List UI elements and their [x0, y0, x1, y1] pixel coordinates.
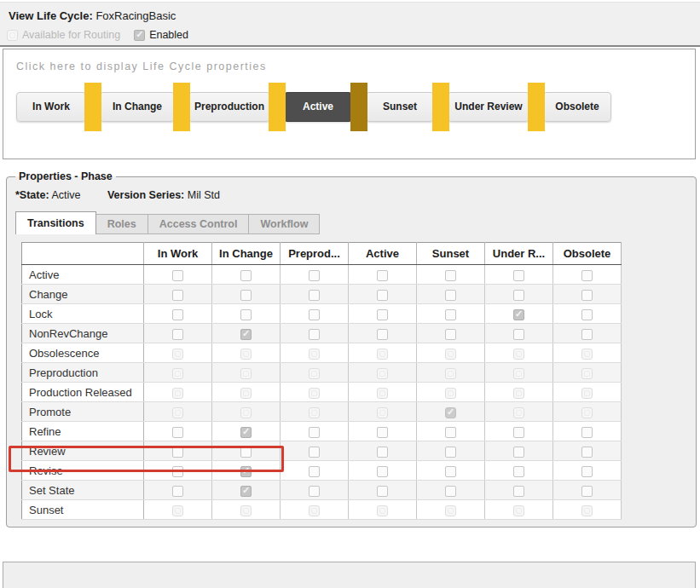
checkbox-production-released-preprod[interactable] [309, 388, 320, 399]
checkbox-review-sunset[interactable] [445, 447, 456, 458]
checkbox-obsolescence-in-work[interactable] [172, 349, 183, 360]
phase-button-active[interactable]: Active [284, 92, 352, 122]
checkbox-refine-sunset[interactable] [445, 427, 456, 438]
checkbox-refine-in-change[interactable] [240, 427, 252, 438]
checkbox-production-released-in-change[interactable] [240, 388, 252, 399]
checkbox-set-state-active[interactable] [377, 486, 388, 497]
checkbox-obsolescence-sunset[interactable] [445, 349, 456, 360]
checkbox-refine-preprod[interactable] [309, 427, 320, 438]
checkbox-preproduction-sunset[interactable] [445, 368, 456, 379]
checkbox-active-under-r[interactable] [513, 270, 524, 281]
checkbox-revise-obsolete[interactable] [581, 466, 593, 477]
checkbox-sunset-in-work[interactable] [172, 505, 183, 516]
phase-button-in-work[interactable]: In Work [16, 92, 86, 122]
checkbox-change-preprod[interactable] [309, 290, 320, 301]
checkbox-change-in-work[interactable] [172, 290, 183, 301]
checkbox-sunset-obsolete[interactable] [581, 505, 593, 516]
checkbox-lock-active[interactable] [377, 309, 388, 320]
checkbox-nonrevchange-in-work[interactable] [172, 329, 183, 340]
checkbox-set-state-obsolete[interactable] [581, 486, 593, 497]
tab-transitions[interactable]: Transitions [15, 211, 96, 234]
checkbox-active-in-change[interactable] [240, 270, 252, 281]
checkbox-preproduction-active[interactable] [377, 368, 388, 379]
checkbox-production-released-sunset[interactable] [445, 388, 456, 399]
checkbox-production-released-under-r[interactable] [513, 388, 524, 399]
checkbox-production-released-in-work[interactable] [172, 388, 183, 399]
checkbox-change-in-change[interactable] [240, 290, 252, 301]
checkbox-change-active[interactable] [377, 290, 388, 301]
checkbox-nonrevchange-preprod[interactable] [309, 329, 320, 340]
checkbox-lock-under-r[interactable] [513, 309, 524, 320]
checkbox-nonrevchange-under-r[interactable] [513, 329, 524, 340]
checkbox-refine-in-work[interactable] [172, 427, 183, 438]
checkbox-set-state-under-r[interactable] [513, 486, 524, 497]
tab-roles[interactable]: Roles [96, 214, 148, 234]
phase-button-sunset[interactable]: Sunset [366, 92, 434, 122]
checkbox-production-released-active[interactable] [377, 388, 388, 399]
phase-button-obsolete[interactable]: Obsolete [543, 92, 611, 122]
checkbox-sunset-in-change[interactable] [240, 505, 252, 516]
checkbox-nonrevchange-active[interactable] [377, 329, 388, 340]
enabled-checkbox[interactable] [134, 30, 145, 41]
checkbox-obsolescence-active[interactable] [377, 349, 388, 360]
checkbox-sunset-active[interactable] [377, 505, 388, 516]
lifecycle-properties-hint[interactable]: Click here to display Life Cycle propert… [16, 61, 267, 72]
checkbox-refine-obsolete[interactable] [581, 427, 593, 438]
checkbox-revise-active[interactable] [377, 466, 388, 477]
checkbox-refine-under-r[interactable] [513, 427, 524, 438]
checkbox-review-in-work[interactable] [172, 447, 183, 458]
phase-button-under-review[interactable]: Under Review [448, 92, 529, 122]
checkbox-revise-under-r[interactable] [513, 466, 524, 477]
checkbox-nonrevchange-obsolete[interactable] [581, 329, 593, 340]
checkbox-set-state-preprod[interactable] [309, 486, 320, 497]
checkbox-promote-in-work[interactable] [172, 407, 183, 418]
checkbox-obsolescence-under-r[interactable] [513, 349, 524, 360]
checkbox-production-released-obsolete[interactable] [581, 388, 593, 399]
checkbox-lock-in-work[interactable] [172, 309, 183, 320]
phase-button-preproduction[interactable]: Preproduction [188, 92, 270, 122]
checkbox-nonrevchange-in-change[interactable] [240, 329, 252, 340]
checkbox-review-preprod[interactable] [309, 447, 320, 458]
checkbox-preproduction-in-change[interactable] [240, 368, 252, 379]
checkbox-set-state-in-change[interactable] [240, 486, 252, 497]
phase-button-in-change[interactable]: In Change [100, 92, 175, 122]
checkbox-lock-obsolete[interactable] [581, 309, 593, 320]
checkbox-revise-in-work[interactable] [172, 466, 183, 477]
checkbox-set-state-in-work[interactable] [172, 486, 183, 497]
checkbox-active-preprod[interactable] [309, 270, 320, 281]
checkbox-active-active[interactable] [377, 270, 388, 281]
checkbox-obsolescence-in-change[interactable] [240, 349, 252, 360]
checkbox-change-under-r[interactable] [513, 290, 524, 301]
checkbox-sunset-under-r[interactable] [513, 505, 524, 516]
checkbox-promote-obsolete[interactable] [581, 407, 593, 418]
checkbox-revise-preprod[interactable] [309, 466, 320, 477]
checkbox-nonrevchange-sunset[interactable] [445, 329, 456, 340]
checkbox-active-sunset[interactable] [445, 270, 456, 281]
checkbox-refine-active[interactable] [377, 427, 388, 438]
checkbox-lock-preprod[interactable] [309, 309, 320, 320]
checkbox-promote-active[interactable] [377, 407, 388, 418]
available-for-routing-checkbox[interactable] [7, 30, 18, 41]
checkbox-promote-sunset[interactable] [445, 407, 456, 418]
checkbox-promote-in-change[interactable] [240, 407, 252, 418]
checkbox-review-active[interactable] [377, 447, 388, 458]
checkbox-preproduction-obsolete[interactable] [581, 368, 593, 379]
tab-workflow[interactable]: Workflow [249, 214, 320, 234]
checkbox-review-under-r[interactable] [513, 447, 524, 458]
checkbox-change-sunset[interactable] [445, 290, 456, 301]
tab-access-control[interactable]: Access Control [148, 214, 250, 234]
checkbox-change-obsolete[interactable] [581, 290, 593, 301]
checkbox-active-obsolete[interactable] [581, 270, 593, 281]
checkbox-lock-in-change[interactable] [240, 309, 252, 320]
checkbox-obsolescence-obsolete[interactable] [581, 349, 593, 360]
checkbox-set-state-sunset[interactable] [445, 486, 456, 497]
checkbox-sunset-sunset[interactable] [445, 505, 456, 516]
checkbox-revise-sunset[interactable] [445, 466, 456, 477]
checkbox-promote-preprod[interactable] [309, 407, 320, 418]
checkbox-active-in-work[interactable] [172, 270, 183, 281]
checkbox-promote-under-r[interactable] [513, 407, 524, 418]
checkbox-lock-sunset[interactable] [445, 309, 456, 320]
checkbox-revise-in-change[interactable] [240, 466, 252, 477]
checkbox-review-in-change[interactable] [240, 447, 252, 458]
checkbox-sunset-preprod[interactable] [309, 505, 320, 516]
